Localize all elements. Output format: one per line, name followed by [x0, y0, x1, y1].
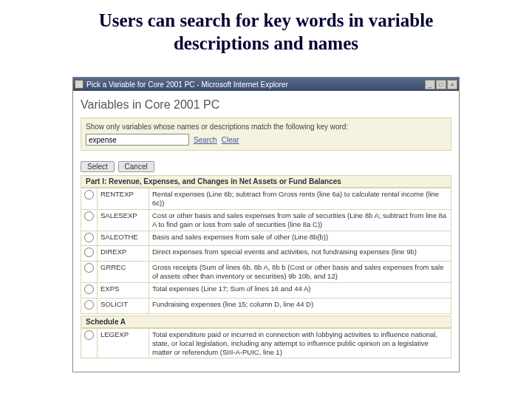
row-radio[interactable] [84, 190, 94, 200]
page-title: Variables in Core 2001 PC [81, 98, 451, 112]
row-radio[interactable] [84, 263, 94, 273]
cancel-button[interactable]: Cancel [118, 161, 154, 172]
minimize-button[interactable]: _ [425, 80, 435, 89]
var-desc: Gross receipts (Sum of lines 6b, 8b A, 8… [149, 262, 451, 283]
search-input[interactable] [86, 134, 189, 146]
var-desc: Rental expenses (Line 6b; subtract from … [149, 188, 451, 210]
row-radio[interactable] [84, 211, 94, 221]
variables-table-part1: RENTEXPRental expenses (Line 6b; subtrac… [81, 188, 451, 314]
var-name: RENTEXP [98, 188, 149, 210]
titlebar: Pick a Variable for Core 2001 PC - Micro… [73, 78, 459, 91]
table-row: LEGEXPTotal expenditure paid or incurred… [81, 328, 451, 358]
var-name: GRREC [98, 262, 149, 283]
search-label: Show only variables whose names or descr… [86, 123, 446, 131]
var-name: DIREXP [98, 246, 149, 262]
var-name: EXPS [98, 283, 149, 299]
section-header-schedule-a: Schedule A [81, 316, 451, 328]
table-row: SOLICITFundraising expenses (line 15; co… [81, 298, 451, 313]
table-row: RENTEXPRental expenses (Line 6b; subtrac… [81, 188, 451, 210]
section-header-part1: Part I: Revenue, Expenses, and Changes i… [81, 175, 451, 188]
var-desc: Total expenditure paid or incurred in co… [149, 328, 451, 358]
table-row: EXPSTotal expenses (Line 17; Sum of line… [81, 283, 451, 299]
var-name: SALEOTHE [98, 231, 149, 246]
action-buttons: Select Cancel [81, 161, 451, 172]
row-radio[interactable] [84, 284, 94, 294]
var-desc: Fundraising expenses (line 15; column D,… [149, 298, 451, 313]
app-icon [75, 80, 83, 89]
table-row: GRRECGross receipts (Sum of lines 6b, 8b… [81, 262, 451, 283]
search-box: Show only variables whose names or descr… [81, 117, 451, 151]
var-desc: Total expenses (Line 17; Sum of lines 16… [149, 283, 451, 299]
row-radio[interactable] [84, 233, 94, 242]
row-radio[interactable] [84, 330, 94, 340]
search-link[interactable]: Search [194, 136, 217, 144]
clear-link[interactable]: Clear [222, 136, 239, 144]
var-name: LEGEXP [98, 328, 149, 358]
maximize-button[interactable]: □ [436, 80, 446, 89]
slide-title: Users can search for key words in variab… [0, 0, 532, 61]
select-button[interactable]: Select [81, 161, 115, 172]
table-row: SALESEXPCost or other basis and sales ex… [81, 209, 451, 231]
close-button[interactable]: × [447, 80, 457, 89]
var-desc: Basis and sales expenses from sale of ot… [149, 231, 451, 246]
table-row: SALEOTHEBasis and sales expenses from sa… [81, 231, 451, 246]
browser-window: Pick a Variable for Core 2001 PC - Micro… [72, 77, 460, 372]
window-title: Pick a Variable for Core 2001 PC - Micro… [86, 81, 425, 89]
table-row: DIREXPDirect expenses from special event… [81, 246, 451, 262]
row-radio[interactable] [84, 248, 94, 257]
row-radio[interactable] [84, 300, 94, 310]
var-name: SOLICIT [98, 298, 149, 313]
variables-table-schedule-a: LEGEXPTotal expenditure paid or incurred… [81, 328, 451, 359]
var-desc: Cost or other basis and sales expenses f… [149, 209, 451, 231]
var-desc: Direct expenses from special events and … [149, 246, 451, 262]
var-name: SALESEXP [98, 209, 149, 231]
